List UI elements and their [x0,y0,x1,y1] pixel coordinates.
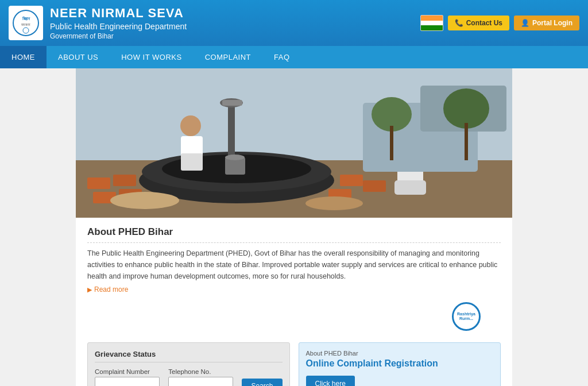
nav-how-it-works[interactable]: HOW IT WORKS [110,46,193,68]
about-text: The Public Health Engineering Department… [87,248,501,282]
org-name: NEER NIRMAL SEVA [50,6,187,21]
org-sub: Public Health Engineering Department [50,22,187,31]
grievance-panel: Grievance Status Complaint Number Teleph… [87,342,290,386]
main-nav: HOME ABOUT US HOW IT WORKS COMPLAINT FAQ [0,46,588,68]
nav-complaint[interactable]: COMPLAINT [194,46,262,68]
contact-us-button[interactable]: 📞 Contact Us [448,16,509,30]
phone-label: Telephone No. [168,368,233,375]
search-button[interactable]: Search [242,379,282,386]
svg-rect-18 [222,100,242,106]
nav-about[interactable]: ABOUT US [47,46,110,68]
phone-number-group: Telephone No. [168,368,233,386]
org-info: NEER NIRMAL SEVA Public Health Engineeri… [50,6,187,40]
hero-svg [76,68,512,218]
logo-area: बिहार सरकार NEER NIRMAL SEVA Public Heal… [9,6,187,40]
svg-point-28 [305,196,363,210]
user-icon: 👤 [521,19,529,27]
svg-rect-23 [394,180,426,195]
svg-rect-14 [363,180,386,192]
about-section: About PHED Bihar The Public Health Engin… [76,218,512,302]
svg-rect-10 [113,175,136,186]
svg-text:बिहार: बिहार [22,16,30,21]
svg-point-20 [225,155,245,160]
svg-rect-26 [181,153,203,171]
svg-text:सरकार: सरकार [21,23,30,26]
nav-faq[interactable]: FAQ [262,46,301,68]
svg-point-27 [110,192,179,209]
svg-rect-9 [87,177,110,189]
complaint-registration-panel: About PHED Bihar Online Complaint Regist… [299,342,501,386]
header: बिहार सरकार NEER NIRMAL SEVA Public Heal… [0,0,588,46]
portal-login-button[interactable]: 👤 Portal Login [514,16,579,30]
phone-icon: 📞 [455,19,463,27]
phone-input[interactable] [168,377,233,386]
svg-point-24 [180,115,201,136]
complaint-panel-title: Online Complaint Registration [306,358,494,369]
svg-rect-13 [340,175,363,186]
panels-row: Grievance Status Complaint Number Teleph… [76,339,512,386]
flag-icon [420,15,443,31]
divider [87,242,501,243]
click-here-button[interactable]: Click here [306,376,355,386]
seal-image: RashtriyaRurm... [443,302,489,337]
arrow-icon: ▶ [87,286,92,294]
about-title: About PHED Bihar [87,226,501,238]
logo-emblem: बिहार सरकार [9,6,43,40]
complaint-number-label: Complaint Number [95,368,160,375]
svg-rect-33 [390,126,393,160]
read-more-link[interactable]: ▶ Read more [87,285,128,294]
svg-point-32 [443,88,489,129]
nav-home[interactable]: HOME [0,46,47,68]
grievance-panel-title: Grievance Status [95,350,283,362]
hero-image [76,68,512,218]
seal-circle: RashtriyaRurm... [452,302,481,331]
complaint-panel-subtitle: About PHED Bihar [306,350,494,357]
svg-rect-34 [465,123,468,160]
org-govt: Government of Bihar [50,32,187,40]
header-actions: 📞 Contact Us 👤 Portal Login [420,15,579,31]
grievance-form-row: Complaint Number Telephone No. Search [95,368,283,386]
complaint-number-group: Complaint Number [95,368,160,386]
complaint-number-input[interactable] [95,377,160,386]
